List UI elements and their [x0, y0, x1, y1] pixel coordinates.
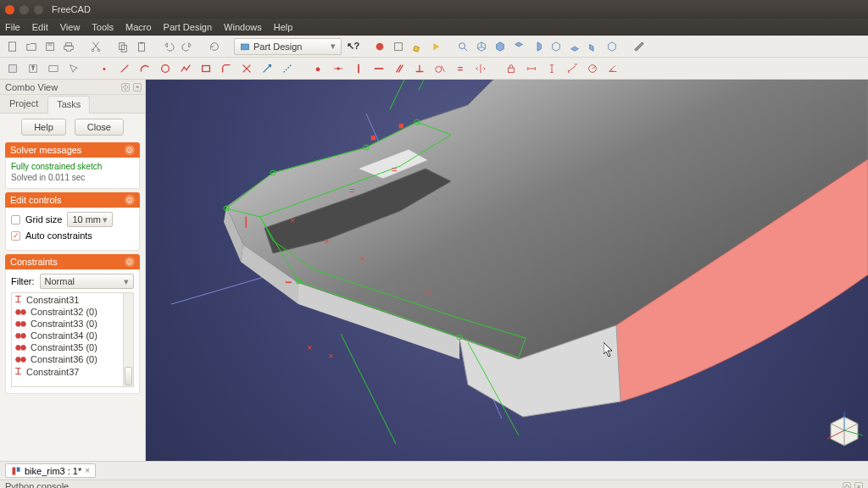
point-icon[interactable]: • [97, 61, 112, 76]
copy-icon[interactable] [115, 39, 131, 54]
menu-edit[interactable]: Edit [32, 22, 48, 32]
measure-icon[interactable] [632, 39, 647, 54]
distance-icon[interactable] [565, 61, 580, 76]
close-icon[interactable]: × [85, 466, 90, 475]
window-minimize-button[interactable] [19, 5, 29, 14]
constraint-item[interactable]: ⬣⬣Constraint36 (0) [12, 353, 123, 365]
constraint-item[interactable]: ⬣⬣Constraint33 (0) [12, 318, 123, 330]
view-fit-icon[interactable] [455, 39, 470, 54]
line-icon[interactable] [117, 61, 132, 76]
workbench-selector[interactable]: Part Design ▾ [234, 38, 342, 55]
scrollbar[interactable] [123, 293, 133, 386]
filter-label: Filter: [11, 276, 35, 286]
window-maximize-button[interactable] [34, 5, 43, 14]
menu-help[interactable]: Help [274, 22, 293, 32]
fillet-icon[interactable] [219, 61, 234, 76]
perpendicular-icon[interactable] [412, 61, 427, 76]
filter-select[interactable]: Normal▾ [40, 274, 135, 289]
menu-macro[interactable]: Macro [125, 22, 152, 32]
collapse-icon[interactable]: ⊙ [125, 145, 135, 155]
dist-h-icon[interactable] [524, 61, 539, 76]
trim-icon[interactable] [239, 61, 254, 76]
help-button[interactable]: Help [21, 119, 66, 136]
tangent-icon[interactable] [432, 61, 448, 76]
redo-icon[interactable] [180, 39, 195, 54]
view-top-icon[interactable] [511, 39, 526, 54]
constraint-item[interactable]: ⬣⬣Constraint34 (0) [12, 330, 123, 341]
chevron-down-icon: ▾ [124, 276, 129, 287]
solver-header[interactable]: Solver messages⊙ [5, 142, 140, 158]
menu-partdesign[interactable]: Part Design [164, 22, 212, 32]
view-rear-icon[interactable] [548, 39, 564, 54]
external-icon[interactable] [259, 61, 275, 76]
freecad-icon [11, 466, 21, 476]
arc-icon[interactable] [137, 61, 153, 76]
sketch-face-icon[interactable] [5, 61, 20, 76]
constraint-item[interactable]: ᏆConstraint37 [12, 365, 123, 378]
menu-tools[interactable]: Tools [92, 22, 114, 32]
panel-float-button[interactable]: ◇ [121, 83, 130, 92]
panel-close-button[interactable]: × [133, 83, 142, 92]
horizontal-icon[interactable] [371, 61, 387, 76]
whatsthis-icon[interactable]: ↖? [345, 39, 360, 54]
panel-float-button[interactable]: ◇ [843, 482, 851, 488]
point-on-icon[interactable] [331, 61, 346, 76]
collapse-icon[interactable]: ⊙ [125, 257, 135, 267]
grid-checkbox[interactable] [11, 215, 20, 225]
circle-icon[interactable] [158, 61, 173, 76]
constraint-item[interactable]: ᏆConstraint31 [12, 293, 123, 306]
view-iso-icon[interactable] [474, 39, 489, 54]
document-tab[interactable]: bike_rim3 : 1* × [5, 463, 96, 478]
tab-project[interactable]: Project [0, 95, 47, 113]
undo-icon[interactable] [161, 39, 176, 54]
new-icon[interactable] [5, 39, 20, 54]
sketch-map-icon[interactable] [66, 61, 81, 76]
view-axo2-icon[interactable] [604, 39, 620, 54]
save-icon[interactable] [42, 39, 58, 54]
panel-close-button[interactable]: × [854, 482, 863, 488]
vertical-icon[interactable] [351, 61, 366, 76]
view-front-icon[interactable] [492, 39, 508, 54]
rect-icon[interactable] [198, 61, 214, 76]
constraint-item[interactable]: ⬣⬣Constraint35 (0) [12, 341, 123, 353]
parallel-icon[interactable] [392, 61, 407, 76]
svg-text:━: ━ [285, 277, 292, 287]
refresh-icon[interactable] [207, 39, 222, 54]
construction-icon[interactable] [280, 61, 295, 76]
macro-dialog-icon[interactable] [391, 39, 406, 54]
angle-icon[interactable] [605, 61, 620, 76]
coincident-icon[interactable]: ● [310, 61, 326, 76]
view-bottom-icon[interactable] [567, 39, 582, 54]
menu-windows[interactable]: Windows [224, 22, 262, 32]
collapse-icon[interactable]: ⊙ [125, 195, 135, 205]
3d-viewport[interactable]: ■■ ×× ×× == ┃━ ×× [146, 80, 868, 461]
sketch-leave-icon[interactable] [25, 61, 41, 76]
lock-icon[interactable] [504, 61, 519, 76]
window-close-button[interactable] [5, 5, 14, 14]
grid-size-input[interactable]: 10 mm▾ [67, 212, 113, 227]
autoconstraints-checkbox[interactable] [11, 231, 20, 241]
equal-icon[interactable]: = [453, 61, 468, 76]
tab-tasks[interactable]: Tasks [47, 96, 90, 114]
constraints-header[interactable]: Constraints⊙ [5, 254, 140, 269]
view-left-icon[interactable] [586, 39, 601, 54]
polyline-icon[interactable] [178, 61, 193, 76]
dist-v-icon[interactable] [544, 61, 559, 76]
macro-stop-icon[interactable] [372, 39, 387, 54]
print-icon[interactable] [61, 39, 76, 54]
macro-run-icon[interactable] [428, 39, 443, 54]
menu-view[interactable]: View [60, 22, 81, 32]
radius-icon[interactable] [585, 61, 600, 76]
paste-icon[interactable] [134, 39, 149, 54]
sketch-view-icon[interactable] [46, 61, 61, 76]
close-button[interactable]: Close [75, 119, 124, 136]
open-icon[interactable] [24, 39, 39, 54]
cut-icon[interactable] [88, 39, 103, 54]
editcontrols-header[interactable]: Edit controls⊙ [5, 192, 140, 208]
constraint-item[interactable]: ⬣⬣Constraint32 (0) [12, 306, 123, 318]
symmetric-icon[interactable] [473, 61, 488, 76]
macro-edit-icon[interactable] [409, 39, 425, 54]
menu-file[interactable]: File [5, 22, 20, 32]
svg-rect-43 [13, 467, 16, 474]
view-right-icon[interactable] [530, 39, 545, 54]
